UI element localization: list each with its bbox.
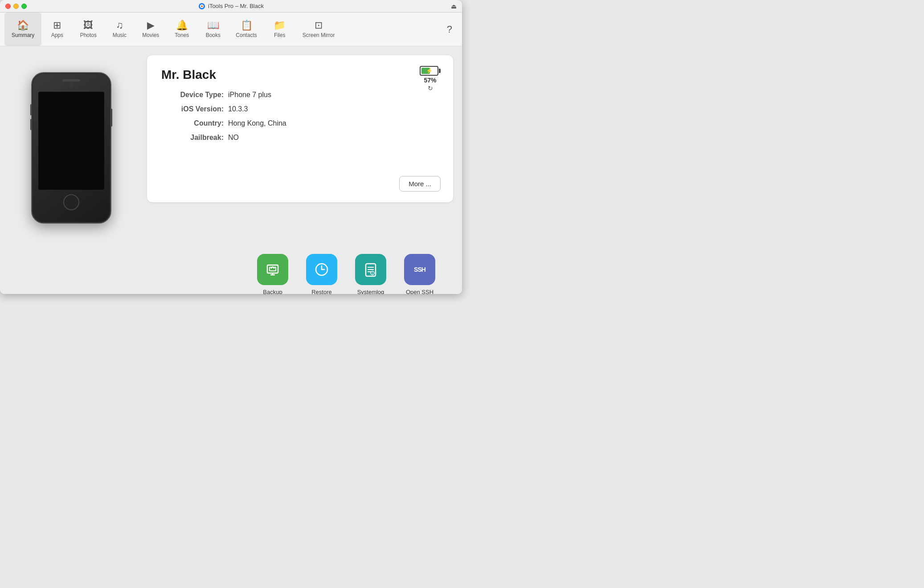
action-systemlog[interactable]: !Systemlog — [355, 254, 386, 294]
device-type-value: iPhone 7 plus — [228, 91, 271, 99]
toolbar-item-music[interactable]: ♫Music — [104, 12, 135, 46]
files-label: Files — [274, 32, 285, 38]
files-icon: 📁 — [274, 20, 286, 30]
battery-widget: ⚡ 57% ↻ — [420, 66, 441, 92]
battery-tip — [439, 69, 441, 73]
phone-home-button — [63, 194, 79, 210]
battery-percent: 57% — [424, 77, 436, 84]
window-title: iTools Pro – Mr. Black — [198, 3, 264, 10]
toolbar-right: ? — [442, 12, 458, 46]
jailbreak-label: Jailbreak: — [161, 134, 224, 142]
phone-camera — [70, 84, 73, 87]
phone-screen — [38, 92, 104, 190]
contacts-icon: 📋 — [241, 20, 253, 30]
svg-text:!: ! — [372, 272, 373, 275]
country-row: Country: Hong Kong, China — [161, 119, 439, 127]
ios-version-label: iOS Version: — [161, 105, 224, 113]
help-button[interactable]: ? — [442, 20, 458, 39]
svg-point-2 — [201, 5, 203, 7]
eject-icon[interactable]: ⏏ — [451, 3, 457, 10]
phone-vol-up — [30, 104, 32, 115]
summary-label: Summary — [12, 32, 34, 38]
battery-bolt-icon: ⚡ — [426, 68, 433, 74]
traffic-lights — [5, 4, 27, 9]
music-icon: ♫ — [116, 20, 123, 30]
toolbar-item-tones[interactable]: 🔔Tones — [166, 12, 197, 46]
summary-icon: 🏠 — [17, 20, 29, 30]
jailbreak-value: NO — [228, 134, 239, 142]
contacts-label: Contacts — [236, 32, 257, 38]
apps-label: Apps — [51, 32, 63, 38]
music-label: Music — [113, 32, 127, 38]
action-openssh[interactable]: SSHOpen SSH — [404, 254, 435, 294]
systemlog-label: Systemlog — [357, 289, 384, 294]
close-button[interactable] — [5, 4, 11, 9]
restore-label: Restore — [311, 289, 332, 294]
toolbar-item-movies[interactable]: ▶Movies — [135, 12, 166, 46]
books-label: Books — [206, 32, 221, 38]
app-icon — [198, 3, 205, 10]
toolbar: 🏠Summary⊞Apps🖼Photos♫Music▶Movies🔔Tones📖… — [0, 12, 462, 46]
minimize-button[interactable] — [13, 4, 19, 9]
battery-body: ⚡ — [420, 66, 438, 76]
phone-vol-down — [30, 119, 32, 130]
toolbar-item-summary[interactable]: 🏠Summary — [4, 12, 41, 46]
movies-label: Movies — [142, 32, 159, 38]
backup-label: Backup — [263, 289, 282, 294]
action-backup[interactable]: Backup — [257, 254, 288, 294]
toolbar-item-files[interactable]: 📁Files — [264, 12, 295, 46]
title-bar: iTools Pro – Mr. Black ⏏ — [0, 0, 462, 12]
battery-icon: ⚡ — [420, 66, 441, 76]
restore-icon — [306, 254, 337, 285]
device-name: Mr. Black — [161, 68, 439, 82]
movies-icon: ▶ — [147, 20, 155, 30]
maximize-button[interactable] — [21, 4, 27, 9]
device-type-label: Device Type: — [161, 91, 224, 99]
toolbar-item-photos[interactable]: 🖼Photos — [73, 12, 104, 46]
device-type-row: Device Type: iPhone 7 plus — [161, 91, 439, 99]
openssh-label: Open SSH — [406, 289, 433, 294]
screenmirror-icon: ⊡ — [315, 20, 323, 30]
battery-refresh-button[interactable]: ↻ — [428, 85, 433, 92]
photos-label: Photos — [80, 32, 97, 38]
tones-label: Tones — [175, 32, 189, 38]
ios-version-row: iOS Version: 10.3.3 — [161, 105, 439, 113]
toolbar-item-apps[interactable]: ⊞Apps — [41, 12, 73, 46]
toolbar-item-screenmirror[interactable]: ⊡Screen Mirror — [295, 12, 342, 46]
jailbreak-row: Jailbreak: NO — [161, 134, 439, 142]
phone-speaker — [62, 79, 80, 82]
action-section: BackupRestore!SystemlogSSHOpen SSH — [0, 249, 462, 294]
info-card: Mr. Black ⚡ 57% ↻ Device Type: iPhone 7 … — [147, 55, 453, 202]
systemlog-icon: ! — [355, 254, 386, 285]
phone-section — [9, 55, 134, 241]
apps-icon: ⊞ — [53, 20, 61, 30]
ios-version-value: 10.3.3 — [228, 105, 248, 113]
more-button[interactable]: More ... — [399, 176, 441, 192]
phone-side-button — [111, 109, 112, 127]
photos-icon: 🖼 — [83, 20, 93, 30]
main-content: Mr. Black ⚡ 57% ↻ Device Type: iPhone 7 … — [0, 46, 462, 249]
screenmirror-label: Screen Mirror — [303, 32, 335, 38]
country-label: Country: — [161, 119, 224, 127]
action-restore[interactable]: Restore — [306, 254, 337, 294]
backup-icon — [257, 254, 288, 285]
svg-rect-4 — [270, 267, 276, 271]
phone-image — [31, 72, 111, 224]
toolbar-item-books[interactable]: 📖Books — [197, 12, 229, 46]
country-value: Hong Kong, China — [228, 119, 286, 127]
tones-icon: 🔔 — [176, 20, 188, 30]
books-icon: 📖 — [207, 20, 219, 30]
toolbar-item-contacts[interactable]: 📋Contacts — [229, 12, 264, 46]
openssh-icon: SSH — [404, 254, 435, 285]
toolbar-items: 🏠Summary⊞Apps🖼Photos♫Music▶Movies🔔Tones📖… — [4, 12, 342, 46]
